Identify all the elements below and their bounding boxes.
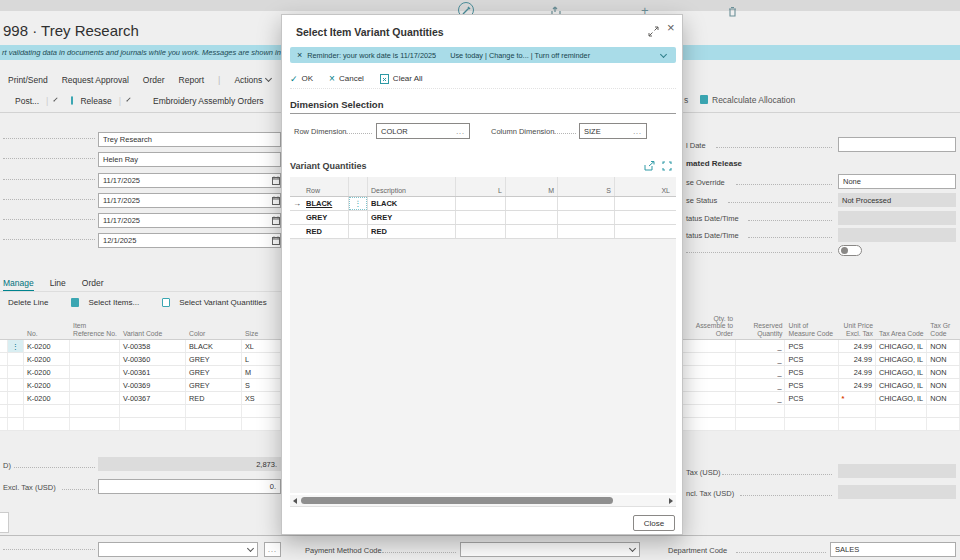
grid-cell-qty[interactable] <box>615 211 673 224</box>
table-row[interactable]: K-0200 V-00369 GREY S <box>0 379 281 392</box>
table-row[interactable]: _ PCS 24.99 CHICAGO, IL NON <box>683 366 960 379</box>
col-no[interactable]: No. <box>24 330 70 339</box>
payment-method-select[interactable] <box>460 542 640 557</box>
due-date-field[interactable] <box>98 233 281 248</box>
grid-col-m[interactable]: M <box>506 177 558 196</box>
table-row-empty[interactable] <box>0 418 281 431</box>
col-color[interactable]: Color <box>186 330 242 339</box>
row-menu-icon[interactable]: ⋮ <box>349 197 367 210</box>
menu-actions[interactable]: Actions <box>234 75 271 85</box>
table-row[interactable]: _ PCS 24.99 CHICAGO, IL NON <box>683 353 960 366</box>
lookup-button[interactable]: ... <box>633 128 642 135</box>
col-uom[interactable]: Unit of Measure Code <box>786 322 839 339</box>
grid-col-l[interactable]: L <box>456 177 506 196</box>
column-dimension-field[interactable]: SIZE ... <box>579 123 647 139</box>
table-row-empty[interactable] <box>683 405 960 418</box>
col-variant[interactable]: Variant Code <box>120 330 186 339</box>
document-date-field[interactable] <box>98 173 281 188</box>
col-unit-price[interactable]: Unit Price Excl. Tax <box>839 322 876 339</box>
col-size[interactable]: Size <box>242 330 281 339</box>
grid-cell-row[interactable]: GREY <box>303 211 349 224</box>
grid-cell-qty[interactable] <box>615 225 673 238</box>
chevron-down-icon[interactable] <box>54 97 58 101</box>
dismiss-reminder-icon[interactable]: × <box>297 50 302 60</box>
grid-col-description[interactable]: Description <box>367 177 456 196</box>
chevron-down-icon[interactable] <box>660 50 667 57</box>
table-row-empty[interactable] <box>0 405 281 418</box>
override-field[interactable] <box>838 174 956 189</box>
col-qty-assemble[interactable]: Qty. to Assemble to Order <box>683 316 736 339</box>
reminder-links[interactable]: Use today | Change to... | Turn off remi… <box>450 51 590 60</box>
embroidery-assembly-button[interactable]: Embroidery Assembly Orders <box>153 96 264 106</box>
table-row[interactable]: _ PCS 24.99 CHICAGO, IL NON <box>683 379 960 392</box>
assist-edit-button[interactable]: ... <box>264 542 281 557</box>
col-tax-area[interactable]: Tax Area Code <box>876 330 927 339</box>
grid-cell-qty[interactable] <box>456 197 506 210</box>
grid-cell-qty[interactable] <box>506 225 558 238</box>
table-row[interactable]: _ PCS 24.99 CHICAGO, IL NON <box>683 340 960 353</box>
sell-to-customer-field[interactable] <box>98 132 281 147</box>
grid-col-row[interactable]: Row <box>303 177 349 196</box>
table-row[interactable]: K-0200 V-00367 RED XS <box>0 392 281 405</box>
grid-col-s[interactable]: S <box>558 177 615 196</box>
calendar-icon[interactable] <box>272 236 280 245</box>
grid-cell-qty[interactable] <box>558 225 615 238</box>
col-item-ref[interactable]: Item Reference No. <box>70 322 120 339</box>
share-grid-icon[interactable] <box>644 161 655 171</box>
scrollbar-thumb[interactable] <box>301 497 613 504</box>
select-items-button[interactable]: Select Items... <box>88 298 139 307</box>
grid-cell-description[interactable]: BLACK <box>367 197 456 210</box>
order-date-field[interactable] <box>98 213 281 228</box>
table-row[interactable]: _ PCS * CHICAGO, IL NON <box>683 392 960 405</box>
table-row-empty[interactable] <box>683 418 960 431</box>
grid-cell-qty[interactable] <box>558 211 615 224</box>
release-button[interactable]: Release <box>80 96 111 106</box>
chevron-down-icon[interactable] <box>126 97 130 101</box>
grid-cell-qty[interactable] <box>558 197 615 210</box>
grid-col-xl[interactable]: XL <box>615 177 673 196</box>
menu-report[interactable]: Report <box>179 75 205 85</box>
ok-button[interactable]: ✓OK <box>290 74 313 84</box>
col-tax-group[interactable]: Tax Gr Code <box>927 322 960 339</box>
expand-dialog-icon[interactable] <box>648 26 659 37</box>
grid-cell-row[interactable]: BLACK <box>303 197 349 210</box>
select-variant-quantities-button[interactable]: Select Variant Quantities <box>179 298 266 307</box>
grid-cell-description[interactable]: GREY <box>367 211 456 224</box>
calendar-icon[interactable] <box>272 176 280 185</box>
date-field-empty[interactable] <box>838 137 956 152</box>
recalculate-allocation-button[interactable]: Recalculate Allocation <box>712 95 795 105</box>
grid-cell-row[interactable]: RED <box>303 225 349 238</box>
calendar-icon[interactable] <box>272 216 280 225</box>
grid-cell-qty[interactable] <box>456 211 506 224</box>
row-dimension-field[interactable]: COLOR ... <box>376 123 470 139</box>
focus-mode-icon[interactable] <box>662 161 672 171</box>
col-reserved[interactable]: Reserved Quantity <box>736 322 785 339</box>
department-code-field[interactable] <box>830 542 956 557</box>
tab-line[interactable]: Line <box>50 278 66 292</box>
close-dialog-icon[interactable]: × <box>667 20 675 35</box>
grid-cell-qty[interactable] <box>615 197 673 210</box>
post-button[interactable]: Post... <box>15 96 39 106</box>
grid-cell-qty[interactable] <box>506 211 558 224</box>
row-menu-icon[interactable]: ⋮ <box>8 340 24 352</box>
table-row[interactable]: K-0200 V-00360 GREY L <box>0 353 281 366</box>
delete-line-button[interactable]: Delete Line <box>8 298 48 307</box>
footer-select[interactable] <box>98 542 258 557</box>
menu-request-approval[interactable]: Request Approval <box>62 75 129 85</box>
grid-cell-qty[interactable] <box>456 225 506 238</box>
cancel-button[interactable]: ×Cancel <box>329 73 364 84</box>
grid-cell-description[interactable]: RED <box>367 225 456 238</box>
lookup-button[interactable]: ... <box>456 128 465 135</box>
menu-print-send[interactable]: Print/Send <box>8 75 48 85</box>
scroll-right-arrow[interactable] <box>669 498 673 504</box>
grid-cell-qty[interactable] <box>506 197 558 210</box>
tab-order[interactable]: Order <box>82 278 104 292</box>
menu-order[interactable]: Order <box>143 75 165 85</box>
total-excl-tax-field[interactable] <box>98 479 281 494</box>
delete-icon[interactable] <box>727 4 738 22</box>
scroll-left-arrow[interactable] <box>293 498 297 504</box>
horizontal-scrollbar[interactable] <box>290 495 676 507</box>
dialog-close-button[interactable]: Close <box>633 515 675 531</box>
table-row[interactable]: ⋮ K-0200 V-00358 BLACK XL <box>0 340 281 353</box>
posting-date-field[interactable] <box>98 193 281 208</box>
